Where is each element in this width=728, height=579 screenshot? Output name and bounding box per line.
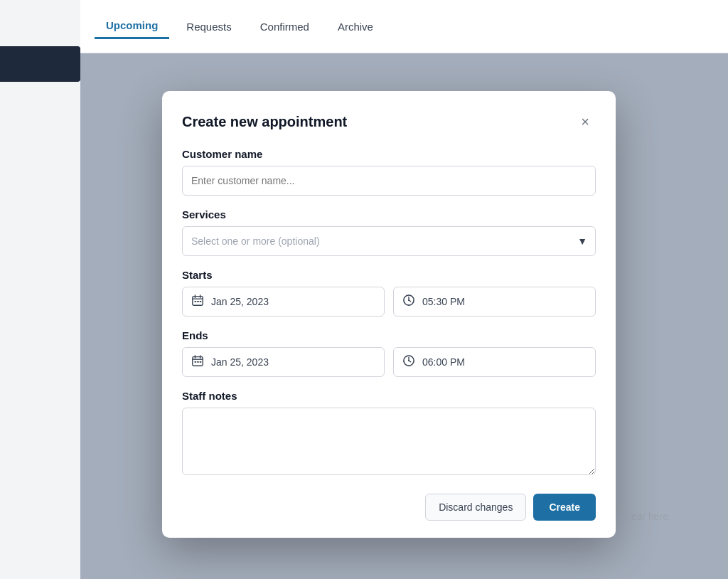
background-hint-text: ear here. xyxy=(631,511,671,522)
starts-time-value: 05:30 PM xyxy=(422,296,465,307)
clock-icon xyxy=(402,294,415,309)
tab-upcoming-label: Upcoming xyxy=(106,19,158,31)
calendar-icon-ends xyxy=(191,354,204,370)
starts-date-field[interactable]: Jan 25, 2023 xyxy=(182,287,385,317)
services-select-wrapper: Select one or more (optional) ▼ xyxy=(182,226,596,256)
svg-rect-4 xyxy=(195,301,197,302)
ends-time-value: 06:00 PM xyxy=(422,356,465,368)
tab-archive[interactable]: Archive xyxy=(326,15,385,38)
svg-point-11 xyxy=(408,299,410,301)
create-button[interactable]: Create xyxy=(533,494,596,521)
tab-requests[interactable]: Requests xyxy=(175,15,242,38)
ends-group: Ends Jan 25, 2023 xyxy=(182,329,596,377)
services-group: Services Select one or more (optional) ▼ xyxy=(182,208,596,256)
ends-datetime-row: Jan 25, 2023 06:00 PM xyxy=(182,347,596,377)
starts-datetime-row: Jan 25, 2023 05:30 PM xyxy=(182,287,596,317)
starts-group: Starts Jan 25, 2023 xyxy=(182,269,596,317)
tab-requests-label: Requests xyxy=(186,21,231,33)
customer-name-group: Customer name xyxy=(182,148,596,196)
svg-rect-17 xyxy=(197,361,199,363)
tab-upcoming[interactable]: Upcoming xyxy=(95,14,169,39)
ends-date-value: Jan 25, 2023 xyxy=(211,356,269,368)
starts-label: Starts xyxy=(182,269,596,281)
discard-changes-button[interactable]: Discard changes xyxy=(425,494,526,521)
ends-time-field[interactable]: 06:00 PM xyxy=(393,347,596,377)
svg-rect-16 xyxy=(195,361,197,363)
services-label: Services xyxy=(182,208,596,221)
svg-rect-18 xyxy=(200,361,202,363)
svg-point-23 xyxy=(408,360,410,361)
ends-label: Ends xyxy=(182,329,596,341)
svg-rect-6 xyxy=(200,301,202,302)
customer-name-input[interactable] xyxy=(182,166,596,196)
modal-footer: Discard changes Create xyxy=(182,494,596,521)
tab-confirmed-label: Confirmed xyxy=(260,21,309,33)
close-button[interactable]: × xyxy=(574,111,596,132)
sidebar-stub xyxy=(0,46,80,82)
services-select[interactable]: Select one or more (optional) xyxy=(182,226,596,256)
svg-rect-5 xyxy=(197,301,199,302)
tab-archive-label: Archive xyxy=(338,21,373,33)
create-appointment-modal: Create new appointment × Customer name S… xyxy=(162,91,616,538)
staff-notes-label: Staff notes xyxy=(182,390,596,402)
staff-notes-textarea[interactable] xyxy=(182,408,596,475)
clock-icon-ends xyxy=(402,354,415,370)
customer-name-label: Customer name xyxy=(182,148,596,160)
starts-time-field[interactable]: 05:30 PM xyxy=(393,287,596,317)
calendar-icon xyxy=(191,294,204,309)
ends-date-field[interactable]: Jan 25, 2023 xyxy=(182,347,385,377)
modal-title: Create new appointment xyxy=(182,114,347,130)
modal-header: Create new appointment × xyxy=(182,111,596,132)
tab-bar: Upcoming Requests Confirmed Archive xyxy=(80,0,728,53)
staff-notes-group: Staff notes xyxy=(182,390,596,478)
tab-confirmed[interactable]: Confirmed xyxy=(249,15,321,38)
starts-date-value: Jan 25, 2023 xyxy=(211,296,269,307)
close-icon: × xyxy=(581,114,589,130)
